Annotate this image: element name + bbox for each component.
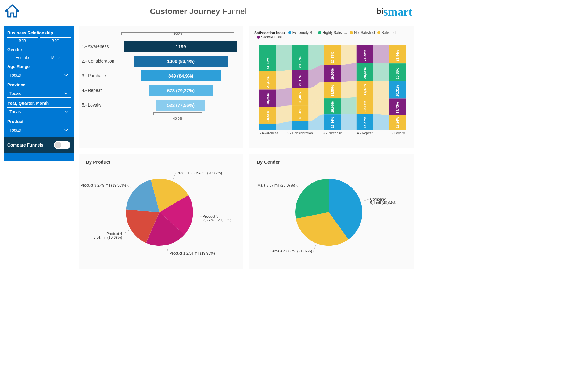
svg-text:20,31%: 20,31% xyxy=(396,85,399,97)
svg-text:18,96%: 18,96% xyxy=(331,101,334,113)
funnel-stage[interactable]: 1.- Awareness 1199 xyxy=(82,39,240,54)
svg-text:5.- Loyalty: 5.- Loyalty xyxy=(389,131,405,135)
funnel-stage[interactable]: 4.- Repeat 673 (79,27%) xyxy=(82,83,240,98)
svg-text:20,40%: 20,40% xyxy=(298,92,302,104)
svg-line-35 xyxy=(296,185,301,190)
svg-line-28 xyxy=(173,173,175,179)
svg-text:19,93%: 19,93% xyxy=(266,93,270,105)
funnel-stage-bar: 673 (79,27%) xyxy=(149,85,213,96)
logo-bi: bi xyxy=(376,7,383,16)
funnel-stage[interactable]: 3.- Purchase 849 (84,9%) xyxy=(82,68,240,83)
svg-text:19,73%: 19,73% xyxy=(396,102,399,114)
svg-text:21,60%: 21,60% xyxy=(266,76,270,88)
svg-text:19,47%: 19,47% xyxy=(363,84,367,96)
filter-province-value: Todas xyxy=(9,91,21,96)
by-product-card: By Product Product 2 2,64 mil (20,72%)Pr… xyxy=(79,154,243,269)
sankey-segment[interactable] xyxy=(292,121,308,130)
filter-period-label: Year, Quarter, Month xyxy=(7,101,71,106)
svg-text:4.- Repeat: 4.- Repeat xyxy=(357,131,373,135)
funnel-stage-label: 5.- Loyalty xyxy=(82,103,121,107)
page-title-light: Funnel xyxy=(222,7,247,16)
funnel-stage[interactable]: 2.- Consideration 1000 (83,4%) xyxy=(82,54,240,68)
sankey-card: Satisfaction IndexExtremely S…Highly Sat… xyxy=(249,26,414,148)
filter-period-select[interactable]: Todas xyxy=(7,107,71,116)
filter-product-label: Product xyxy=(7,119,71,124)
svg-line-29 xyxy=(195,216,201,216)
logo-smart: smart xyxy=(383,7,412,16)
filter-period-value: Todas xyxy=(9,109,21,114)
legend-item[interactable]: Extremely S… xyxy=(288,31,316,35)
filter-business-label: Business Relationship xyxy=(7,31,71,35)
svg-text:19,55%: 19,55% xyxy=(331,85,334,97)
svg-text:21,84%: 21,84% xyxy=(396,50,399,62)
svg-text:21,55%: 21,55% xyxy=(363,50,367,61)
svg-text:18,50%: 18,50% xyxy=(298,108,302,119)
filter-sidebar: Business Relationship B2B B2C Gender Fem… xyxy=(4,26,74,161)
funnel-stage-label: 3.- Purchase xyxy=(82,73,121,78)
filter-product-select[interactable]: Todas xyxy=(7,126,71,134)
sankey-segment[interactable] xyxy=(259,124,276,130)
legend-item[interactable]: Satistied xyxy=(377,31,396,35)
page-title: Customer Journey Funnel xyxy=(150,7,246,16)
filter-product-value: Todas xyxy=(9,128,21,132)
page-title-bold: Customer Journey xyxy=(150,7,220,16)
sankey-legend-title: Satisfaction Index xyxy=(254,31,286,35)
pie-slice-label: Product 2 2,64 mil (20,72%) xyxy=(177,171,222,175)
filter-province-select[interactable]: Todas xyxy=(7,89,71,98)
compare-funnels-row: Compare Funnels xyxy=(4,137,74,153)
funnel-stage-bar: 849 (84,9%) xyxy=(141,70,221,81)
by-gender-card: By Gender Company5,1 mil (40,04%)Female … xyxy=(249,154,414,269)
svg-text:18,87%: 18,87% xyxy=(363,117,367,129)
funnel-stage[interactable]: 5.- Loyalty 522 (77,56%) xyxy=(82,98,240,112)
funnel-stage-label: 4.- Repeat xyxy=(82,88,121,93)
svg-text:21,10%: 21,10% xyxy=(298,74,302,86)
by-product-title: By Product xyxy=(86,159,243,165)
funnel-stage-bar: 1199 xyxy=(124,41,237,52)
pie-slice-label: Product 1 2,54 mil (19,93%) xyxy=(170,251,215,256)
pie-slice-label: 2,56 mil (20,11%) xyxy=(203,218,231,222)
funnel-stage-bar: 1000 (83,4%) xyxy=(134,56,228,67)
legend-item[interactable]: Slightly Dissi… xyxy=(257,35,285,39)
by-gender-title: By Gender xyxy=(257,159,414,165)
filter-age-label: Age Range xyxy=(7,64,71,69)
chevron-down-icon xyxy=(64,91,68,96)
svg-text:18,14%: 18,14% xyxy=(331,117,334,128)
brand-logo: bismart xyxy=(376,7,412,16)
svg-text:3.- Purchase: 3.- Purchase xyxy=(323,131,342,135)
funnel-stage-label: 2.- Consideration xyxy=(82,59,121,64)
filter-province-label: Province xyxy=(7,82,71,87)
home-icon[interactable] xyxy=(4,3,20,20)
filter-b2c-button[interactable]: B2C xyxy=(40,37,71,44)
filter-b2b-button[interactable]: B2B xyxy=(7,37,38,44)
svg-line-34 xyxy=(313,245,316,251)
funnel-stage-label: 1.- Awareness xyxy=(82,44,121,49)
compare-funnels-toggle[interactable] xyxy=(54,141,70,149)
svg-text:19,47%: 19,47% xyxy=(363,101,367,112)
chevron-down-icon xyxy=(64,109,68,114)
svg-text:1.- Awareness: 1.- Awareness xyxy=(257,131,278,135)
svg-text:17,24%: 17,24% xyxy=(396,117,399,128)
pie-slice-label: Product 3 2,49 mil (19,55%) xyxy=(81,183,126,187)
legend-item[interactable]: Not Satisfied xyxy=(350,31,375,35)
svg-text:19,85%: 19,85% xyxy=(266,110,270,122)
legend-item[interactable]: Highly Satisfi… xyxy=(318,31,347,35)
filter-male-button[interactable]: Male xyxy=(40,54,71,61)
filter-age-select[interactable]: Todas xyxy=(7,71,71,79)
chevron-down-icon xyxy=(64,128,68,132)
svg-text:2.- Consideration: 2.- Consideration xyxy=(287,131,313,135)
header: Customer Journey Funnel bismart xyxy=(0,0,418,23)
svg-text:23,79%: 23,79% xyxy=(331,52,334,63)
pie-slice-label: 2,51 mil (19,68%) xyxy=(93,235,122,240)
funnel-card: 100%1.- Awareness 11992.- Consideration … xyxy=(79,26,243,148)
filter-age-value: Todas xyxy=(9,73,21,78)
svg-text:29,60%: 29,60% xyxy=(298,56,302,68)
compare-funnels-label: Compare Funnels xyxy=(7,143,43,147)
svg-line-33 xyxy=(362,199,369,201)
svg-line-32 xyxy=(127,185,132,190)
svg-text:31,11%: 31,11% xyxy=(266,58,270,70)
filter-female-button[interactable]: Female xyxy=(7,54,38,61)
funnel-stage-bar: 522 (77,56%) xyxy=(156,100,206,111)
svg-text:20,88%: 20,88% xyxy=(396,68,399,79)
pie-slice-label: Female 4,06 mil (31,89%) xyxy=(270,249,312,253)
pie-slice[interactable] xyxy=(295,179,329,219)
